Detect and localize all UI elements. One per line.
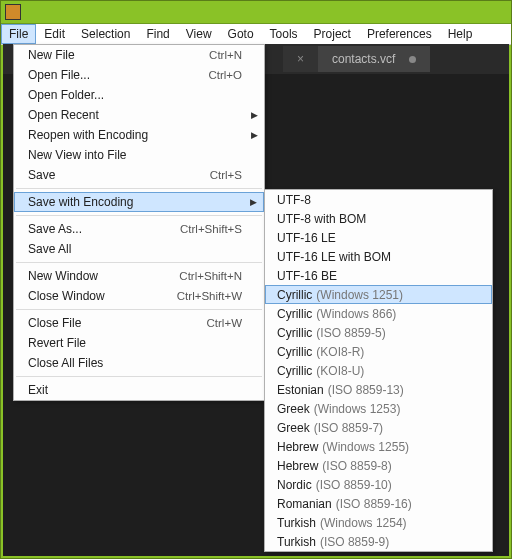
encoding-menu-item[interactable]: Estonian(ISO 8859-13) <box>265 380 492 399</box>
file-menu-item[interactable]: New View into File <box>14 145 264 165</box>
menu-selection[interactable]: Selection <box>73 24 138 44</box>
tab-contacts[interactable]: contacts.vcf <box>318 46 430 72</box>
menu-item-shortcut: Ctrl+N <box>209 49 242 61</box>
file-menu-item[interactable]: SaveCtrl+S <box>14 165 264 185</box>
app-window: FileEditSelectionFindViewGotoToolsProjec… <box>0 0 512 559</box>
encoding-menu-item[interactable]: Turkish(ISO 8859-9) <box>265 532 492 551</box>
encoding-menu-item[interactable]: Cyrillic(KOI8-U) <box>265 361 492 380</box>
file-menu-item[interactable]: Close FileCtrl+W <box>14 313 264 333</box>
encoding-detail: (Windows 1254) <box>320 516 407 530</box>
chevron-right-icon: ▶ <box>250 197 257 207</box>
encoding-menu-item[interactable]: Romanian(ISO 8859-16) <box>265 494 492 513</box>
encoding-menu-item[interactable]: UTF-16 BE <box>265 266 492 285</box>
menu-separator <box>16 376 262 377</box>
encoding-menu-item[interactable]: Cyrillic(Windows 1251) <box>265 285 492 304</box>
menu-help[interactable]: Help <box>440 24 481 44</box>
encoding-menu-item[interactable]: Hebrew(Windows 1255) <box>265 437 492 456</box>
file-menu-item[interactable]: Open Recent▶ <box>14 105 264 125</box>
menu-view[interactable]: View <box>178 24 220 44</box>
encoding-menu-item[interactable]: Cyrillic(KOI8-R) <box>265 342 492 361</box>
encoding-label: UTF-16 LE <box>277 231 336 245</box>
file-menu-item[interactable]: Reopen with Encoding▶ <box>14 125 264 145</box>
encoding-menu-item[interactable]: UTF-8 <box>265 190 492 209</box>
encoding-menu-item[interactable]: UTF-8 with BOM <box>265 209 492 228</box>
encoding-detail: (ISO 8859-9) <box>320 535 389 549</box>
encoding-detail: (Windows 1253) <box>314 402 401 416</box>
encoding-label: Hebrew <box>277 459 318 473</box>
encoding-label: Nordic <box>277 478 312 492</box>
menu-edit[interactable]: Edit <box>36 24 73 44</box>
encoding-label: Turkish <box>277 516 316 530</box>
encoding-detail: (ISO 8859-10) <box>316 478 392 492</box>
file-menu-item[interactable]: Save As...Ctrl+Shift+S <box>14 219 264 239</box>
encoding-menu-item[interactable]: Greek(ISO 8859-7) <box>265 418 492 437</box>
encoding-menu-item[interactable]: Nordic(ISO 8859-10) <box>265 475 492 494</box>
titlebar <box>1 1 511 24</box>
encoding-detail: (ISO 8859-7) <box>314 421 383 435</box>
menu-item-label: Save <box>28 168 55 182</box>
file-menu-item[interactable]: Close WindowCtrl+Shift+W <box>14 286 264 306</box>
encoding-detail: (ISO 8859-8) <box>322 459 391 473</box>
encoding-label: UTF-8 <box>277 193 311 207</box>
encoding-menu-item[interactable]: Cyrillic(Windows 866) <box>265 304 492 323</box>
menu-goto[interactable]: Goto <box>220 24 262 44</box>
menu-item-label: Revert File <box>28 336 86 350</box>
encoding-label: Greek <box>277 402 310 416</box>
menu-file[interactable]: File <box>1 24 36 44</box>
encoding-label: Turkish <box>277 535 316 549</box>
file-menu-item[interactable]: Open Folder... <box>14 85 264 105</box>
menu-item-label: Close Window <box>28 289 105 303</box>
encoding-menu-item[interactable]: UTF-16 LE with BOM <box>265 247 492 266</box>
encoding-detail: (ISO 8859-13) <box>328 383 404 397</box>
menu-item-label: Close All Files <box>28 356 103 370</box>
encoding-dropdown: UTF-8UTF-8 with BOMUTF-16 LEUTF-16 LE wi… <box>264 189 493 552</box>
menu-item-label: New View into File <box>28 148 126 162</box>
encoding-label: Cyrillic <box>277 307 312 321</box>
encoding-label: Cyrillic <box>277 326 312 340</box>
encoding-menu-item[interactable]: Greek(Windows 1253) <box>265 399 492 418</box>
encoding-detail: (KOI8-R) <box>316 345 364 359</box>
file-menu-item[interactable]: Save All <box>14 239 264 259</box>
menu-item-label: New File <box>28 48 75 62</box>
file-menu-item[interactable]: New FileCtrl+N <box>14 45 264 65</box>
menu-project[interactable]: Project <box>306 24 359 44</box>
encoding-label: Hebrew <box>277 440 318 454</box>
file-menu-item[interactable]: Revert File <box>14 333 264 353</box>
encoding-menu-item[interactable]: Cyrillic(ISO 8859-5) <box>265 323 492 342</box>
file-menu-item[interactable]: Save with Encoding▶ <box>14 192 264 212</box>
menu-item-label: Save All <box>28 242 71 256</box>
encoding-menu-item[interactable]: Turkish(Windows 1254) <box>265 513 492 532</box>
menu-item-label: Save As... <box>28 222 82 236</box>
close-icon[interactable]: × <box>297 52 304 66</box>
menu-preferences[interactable]: Preferences <box>359 24 440 44</box>
file-menu-item[interactable]: New WindowCtrl+Shift+N <box>14 266 264 286</box>
menu-item-label: Open File... <box>28 68 90 82</box>
file-dropdown: New FileCtrl+NOpen File...Ctrl+OOpen Fol… <box>13 44 265 401</box>
encoding-detail: (Windows 866) <box>316 307 396 321</box>
encoding-detail: (Windows 1251) <box>316 288 403 302</box>
encoding-label: Cyrillic <box>277 345 312 359</box>
encoding-menu-item[interactable]: Hebrew(ISO 8859-8) <box>265 456 492 475</box>
encoding-label: Romanian <box>277 497 332 511</box>
menubar: FileEditSelectionFindViewGotoToolsProjec… <box>1 24 511 45</box>
menu-separator <box>16 188 262 189</box>
dirty-dot-icon <box>409 56 416 63</box>
encoding-menu-item[interactable]: UTF-16 LE <box>265 228 492 247</box>
menu-separator <box>16 309 262 310</box>
menu-tools[interactable]: Tools <box>262 24 306 44</box>
menu-item-label: Exit <box>28 383 48 397</box>
chevron-right-icon: ▶ <box>251 130 258 140</box>
app-icon <box>5 4 21 20</box>
menu-item-label: Save with Encoding <box>28 195 133 209</box>
menu-find[interactable]: Find <box>138 24 177 44</box>
menu-item-shortcut: Ctrl+W <box>207 317 242 329</box>
encoding-detail: (Windows 1255) <box>322 440 409 454</box>
encoding-label: UTF-16 BE <box>277 269 337 283</box>
file-menu-item[interactable]: Open File...Ctrl+O <box>14 65 264 85</box>
tab-hidden[interactable]: × <box>283 46 318 72</box>
file-menu-item[interactable]: Close All Files <box>14 353 264 373</box>
file-menu-item[interactable]: Exit <box>14 380 264 400</box>
menu-separator <box>16 215 262 216</box>
menu-item-label: New Window <box>28 269 98 283</box>
encoding-label: Cyrillic <box>277 364 312 378</box>
